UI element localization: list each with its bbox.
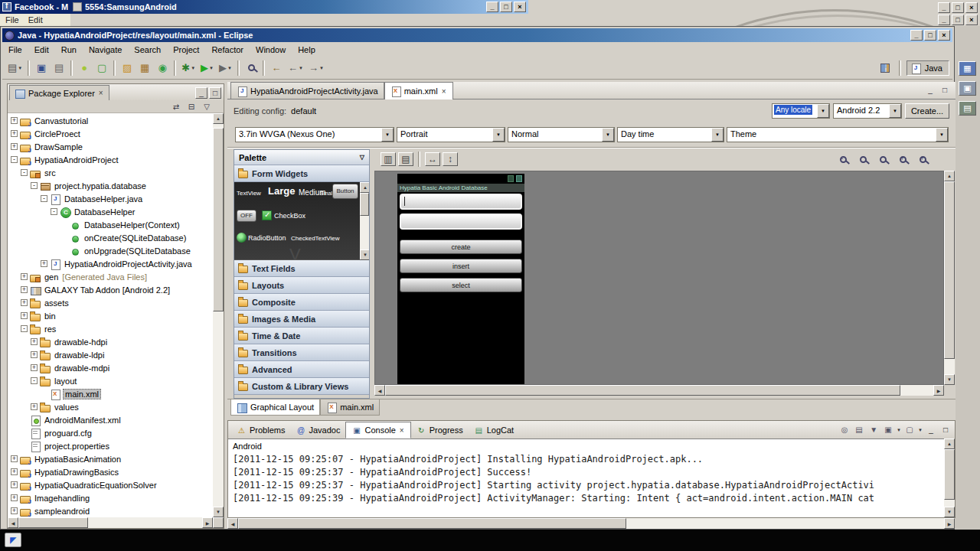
tree-item[interactable]: main.xml xyxy=(8,387,214,400)
tree-expander-icon[interactable]: + xyxy=(11,130,18,137)
eclipse-titlebar[interactable]: Java - HypatiaAndroidProject/res/layout/… xyxy=(2,28,952,42)
tree-expander-icon[interactable]: + xyxy=(11,143,18,150)
palette-category-advanced[interactable]: Advanced xyxy=(234,361,369,378)
background-window-maximize-button[interactable]: □ xyxy=(952,2,964,13)
tree-expander-icon[interactable]: + xyxy=(21,312,28,319)
console-output[interactable]: Android [2011-12-15 09:25:07 - HypatiaAn… xyxy=(228,439,944,517)
editor-tab[interactable]: HypatiaAndroidProjectActivity.java xyxy=(230,82,384,99)
scroll-arrow-icon[interactable]: ◀ xyxy=(8,517,18,528)
textview-widget[interactable]: TextView xyxy=(237,190,261,197)
togglebutton-widget[interactable]: OFF xyxy=(237,210,256,222)
tree-expander-icon[interactable]: - xyxy=(21,169,28,176)
menu-run[interactable]: Run xyxy=(55,44,83,56)
open-console-icon[interactable]: ▢ xyxy=(903,424,916,435)
new-java-project-icon[interactable]: ▨ xyxy=(119,60,136,77)
background-app-icon-tool[interactable]: ▤ xyxy=(959,101,976,116)
scroll-thumb[interactable] xyxy=(238,518,626,529)
tree-expander-icon[interactable]: + xyxy=(21,299,28,306)
chevron-down-icon[interactable]: ▼ xyxy=(381,128,394,142)
android-button-select[interactable]: select xyxy=(400,278,522,292)
tree-item[interactable]: -layout xyxy=(8,374,214,387)
chevron-down-icon[interactable]: ▼ xyxy=(817,104,829,118)
palette-category-layouts[interactable]: Layouts xyxy=(234,277,369,294)
scroll-track[interactable] xyxy=(18,517,202,528)
tree-expander-icon[interactable]: + xyxy=(11,507,18,514)
layout-horizontal-icon[interactable]: ▥ xyxy=(381,152,396,166)
scroll-track[interactable] xyxy=(385,385,933,396)
menu-project[interactable]: Project xyxy=(167,44,205,56)
tree-expander-icon[interactable]: - xyxy=(41,195,47,202)
maximize-view-icon[interactable]: □ xyxy=(939,424,952,435)
editor-mode-tab-main-xml[interactable]: main.xml xyxy=(320,399,380,416)
tree-expander-icon[interactable]: + xyxy=(11,468,18,475)
tree-item[interactable]: +drawable-ldpi xyxy=(8,348,214,361)
new-class-icon[interactable]: ◉ xyxy=(154,60,171,77)
background-window-2-close-button[interactable]: × xyxy=(965,15,978,25)
emulator-window-titlebar[interactable]: 5554:SamsungAndroid _□× xyxy=(70,0,528,14)
zoom-100-icon[interactable] xyxy=(855,152,871,166)
link-with-editor-icon[interactable]: ⇄ xyxy=(170,101,182,112)
background-window-2-maximize-button[interactable]: □ xyxy=(952,15,964,25)
background-app-icon-grid[interactable]: ▦ xyxy=(959,61,976,76)
menu-edit[interactable]: Edit xyxy=(28,44,55,56)
edittext-preview-1[interactable] xyxy=(400,194,522,210)
tree-item[interactable]: +bin xyxy=(8,309,214,322)
chevron-down-icon[interactable]: ▼ xyxy=(889,104,901,118)
close-icon[interactable]: × xyxy=(441,87,447,96)
last-edit-location-icon[interactable]: ← xyxy=(268,60,285,77)
facebook-menu-file[interactable]: File xyxy=(4,15,21,25)
config-combo-2[interactable]: Portrait▼ xyxy=(397,127,505,142)
search-icon[interactable] xyxy=(243,60,260,77)
pin-console-icon[interactable]: ◎ xyxy=(838,424,851,435)
console-vertical-scrollbar[interactable]: ▲▼ xyxy=(944,439,955,517)
scroll-arrow-icon[interactable]: ◀ xyxy=(374,385,385,396)
menu-help[interactable]: Help xyxy=(292,44,322,56)
tree-expander-icon[interactable]: - xyxy=(31,377,38,384)
open-perspective-icon[interactable] xyxy=(877,60,893,77)
background-app-icon-image[interactable]: ▣ xyxy=(959,81,976,96)
scroll-arrow-icon[interactable]: ▶ xyxy=(202,517,213,528)
scroll-thumb[interactable] xyxy=(944,449,955,500)
palette-category-form-widgets[interactable]: Form Widgets xyxy=(234,165,369,182)
emulator-window-close-button[interactable]: × xyxy=(514,2,526,12)
palette-category-composite[interactable]: Composite xyxy=(234,294,369,311)
scroll-arrow-icon[interactable]: ◀ xyxy=(227,518,238,529)
tree-item[interactable]: +DrawSample xyxy=(8,140,214,153)
palette-category-transitions[interactable]: Transitions xyxy=(234,344,369,361)
textview-large-widget[interactable]: Large xyxy=(268,185,295,197)
new-package-icon[interactable]: ▦ xyxy=(136,60,153,77)
clear-console-icon[interactable]: ▤ xyxy=(853,424,865,435)
menu-window[interactable]: Window xyxy=(250,44,292,56)
scroll-track[interactable] xyxy=(944,449,955,507)
canvas-vertical-scrollbar[interactable]: ▲▼ xyxy=(944,171,955,385)
facebook-window-titlebar[interactable]: Facebook - M xyxy=(0,0,70,14)
scroll-track[interactable] xyxy=(944,181,955,374)
emulator-window-maximize-button[interactable]: □ xyxy=(500,2,512,12)
tree-item[interactable]: +Canvastutorial xyxy=(8,114,214,127)
minimize-view-icon[interactable]: _ xyxy=(195,87,207,99)
scroll-arrow-icon[interactable]: ▲ xyxy=(944,171,955,181)
tree-expander-icon[interactable]: + xyxy=(41,260,47,267)
close-icon[interactable]: × xyxy=(98,89,104,97)
scroll-arrow-icon[interactable]: ▲ xyxy=(944,439,955,449)
expand-horizontal-icon[interactable]: ↔ xyxy=(425,152,440,166)
tree-item[interactable]: +HypatiaBasicAnimation xyxy=(8,452,214,465)
scroll-thumb[interactable] xyxy=(360,193,369,216)
tree-item[interactable]: +GALAXY Tab Addon [Android 2.2] xyxy=(8,283,214,296)
background-window-2-minimize-button[interactable]: _ xyxy=(938,15,950,25)
scroll-arrow-icon[interactable]: ▲ xyxy=(213,113,224,124)
scroll-track[interactable] xyxy=(213,124,224,507)
tree-expander-icon[interactable]: + xyxy=(31,364,38,371)
maximize-view-icon[interactable]: □ xyxy=(209,87,221,99)
config-combo-5[interactable]: Theme▼ xyxy=(727,127,949,142)
taskbar-app-icon[interactable]: ◤ xyxy=(5,533,21,547)
create-button[interactable]: Create... xyxy=(905,103,949,119)
api-level-combo[interactable]: Android 2.2 ▼ xyxy=(833,103,902,119)
eclipse-window-close-button[interactable]: × xyxy=(938,30,950,41)
tree-expander-icon[interactable]: + xyxy=(21,273,28,280)
tree-expander-icon[interactable]: + xyxy=(21,286,28,293)
tree-item[interactable]: +gen [Generated Java Files] xyxy=(8,270,214,283)
scroll-arrow-icon[interactable]: ▼ xyxy=(944,374,955,385)
scroll-thumb[interactable] xyxy=(385,385,900,396)
tree-item[interactable]: -project.hypatia.database xyxy=(8,179,214,192)
